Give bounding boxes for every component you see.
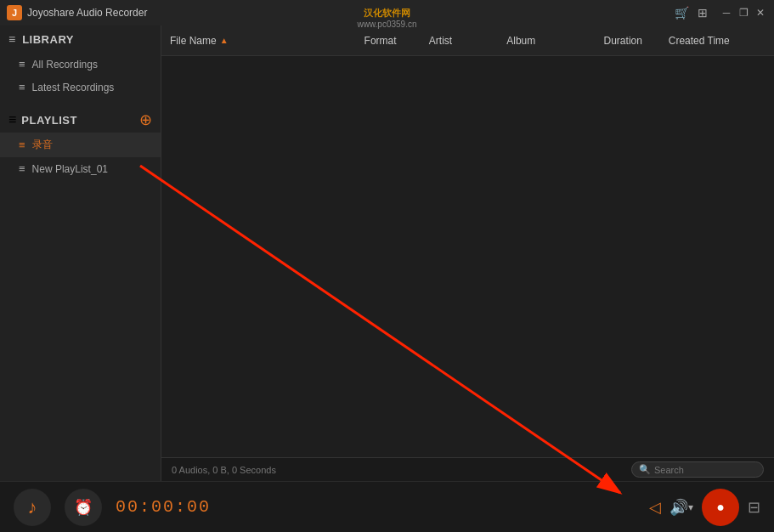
record-icon: ● (716, 501, 725, 514)
content-area: File Name ▲ Format Artist Album Duration… (161, 25, 774, 481)
album-label: Album (506, 35, 535, 47)
player-time: 00:00:00 (116, 497, 636, 517)
title-bar-left: J Joyoshare Audio Recorder (7, 5, 147, 20)
title-bar: J Joyoshare Audio Recorder 🛒 ⊞ ─ ❐ ✕ (0, 0, 774, 25)
maximize-button[interactable]: ❐ (737, 6, 750, 20)
playlist-title: PLAYLIST (21, 114, 77, 127)
playlist-title-group: ≡ PLAYLIST (8, 112, 77, 127)
col-created[interactable]: Created Time (669, 35, 766, 47)
new-playlist-label: New PlayList_01 (32, 163, 108, 175)
latest-recordings-icon: ≡ (19, 81, 25, 93)
content-body (161, 56, 774, 457)
search-icon: 🔍 (639, 464, 651, 475)
recordings-cn-icon: ≡ (19, 139, 25, 151)
new-playlist-icon: ≡ (19, 162, 25, 175)
status-bar: 0 Audios, 0 B, 0 Seconds 🔍 (161, 457, 774, 481)
library-section-header[interactable]: ≡ LIBRARY (0, 25, 161, 53)
sidebar-item-latest-recordings[interactable]: ≡ Latest Recordings (0, 76, 161, 99)
schedule-icon: ⏰ (74, 498, 93, 517)
col-album[interactable]: Album (506, 35, 603, 47)
col-artist[interactable]: Artist (429, 35, 506, 47)
table-header: File Name ▲ Format Artist Album Duration… (161, 25, 774, 56)
latest-recordings-label: Latest Recordings (32, 82, 115, 93)
status-text: 0 Audios, 0 B, 0 Seconds (172, 465, 276, 475)
created-label: Created Time (669, 35, 730, 47)
volume-control[interactable]: 🔊 ▾ (669, 498, 693, 517)
artist-label: Artist (429, 35, 452, 47)
sort-arrow-icon: ▲ (220, 36, 229, 45)
recordings-cn-label: 录音 (32, 138, 53, 152)
col-format[interactable]: Format (364, 35, 429, 47)
sidebar-item-all-recordings[interactable]: ≡ All Recordings (0, 53, 161, 76)
filename-label: File Name (170, 35, 217, 47)
volume-icon: 🔊 (669, 498, 688, 517)
all-recordings-icon: ≡ (19, 58, 25, 71)
cart-icon[interactable]: 🛒 (675, 6, 689, 20)
window-controls: 🛒 ⊞ ─ ❐ ✕ (675, 6, 767, 20)
grid-icon[interactable]: ⊞ (698, 6, 708, 20)
sidebar-item-new-playlist-01[interactable]: ≡ New PlayList_01 (0, 157, 161, 180)
duration-label: Duration (604, 35, 642, 47)
library-title: LIBRARY (22, 33, 74, 46)
audio-player-button[interactable]: ♪ (14, 489, 51, 526)
col-duration[interactable]: Duration (604, 35, 669, 47)
add-playlist-button[interactable]: ⊕ (139, 112, 152, 127)
minimize-button[interactable]: ─ (720, 6, 733, 20)
sidebar: ≡ LIBRARY ≡ All Recordings ≡ Latest Reco… (0, 25, 161, 481)
player-controls-right: ◁ 🔊 ▾ ● ⊟ (649, 489, 760, 526)
search-box[interactable]: 🔍 (631, 461, 764, 478)
library-menu-icon: ≡ (8, 32, 15, 46)
audio-icon: ♪ (28, 496, 37, 518)
layout-toggle-icon[interactable]: ⊟ (748, 498, 760, 517)
format-label: Format (364, 35, 397, 47)
search-input[interactable] (654, 465, 756, 475)
record-button[interactable]: ● (702, 489, 739, 526)
close-button[interactable]: ✕ (754, 6, 767, 20)
volume-mute-icon[interactable]: ◁ (649, 498, 661, 517)
app-icon: J (7, 5, 22, 20)
volume-dropdown-arrow[interactable]: ▾ (688, 501, 693, 513)
app-title: Joyoshare Audio Recorder (27, 7, 147, 19)
schedule-button[interactable]: ⏰ (65, 489, 102, 526)
all-recordings-label: All Recordings (32, 59, 98, 71)
player-bar: ♪ ⏰ 00:00:00 ◁ 🔊 ▾ ● ⊟ (0, 481, 774, 532)
playlist-section-header: ≡ PLAYLIST ⊕ (0, 104, 161, 133)
sidebar-item-recordings-cn[interactable]: ≡ 录音 (0, 133, 161, 157)
playlist-menu-icon: ≡ (8, 112, 16, 127)
main-container: ≡ LIBRARY ≡ All Recordings ≡ Latest Reco… (0, 25, 774, 481)
col-filename[interactable]: File Name ▲ (170, 35, 364, 47)
